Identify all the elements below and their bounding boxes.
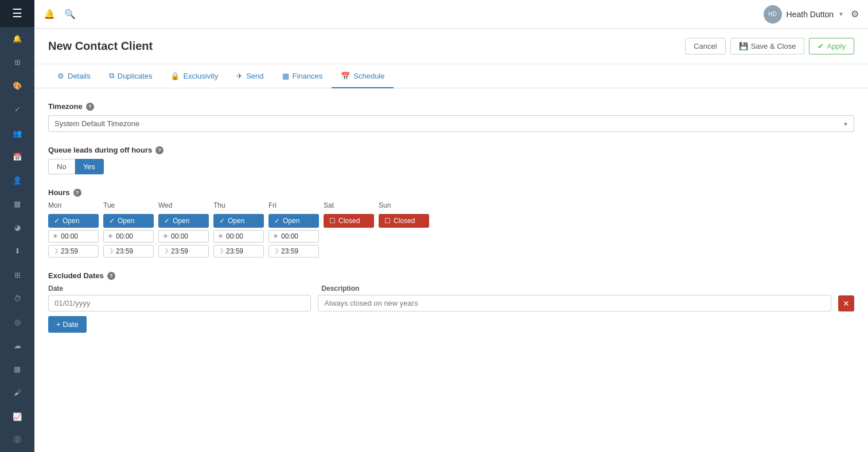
excluded-date-input[interactable] bbox=[48, 295, 311, 311]
topbar: 🔔 🔍 HD Heath Dutton ▼ ⚙ bbox=[34, 0, 868, 29]
fri-end-row: ☽ bbox=[268, 245, 319, 258]
day-label-thu: Thu bbox=[213, 201, 264, 209]
excluded-dates-section: Excluded Dates ? Date Description ✕ + Da… bbox=[48, 271, 854, 333]
sidebar-item-paint[interactable]: 🖌 bbox=[0, 381, 34, 404]
sidebar-item-grid[interactable]: ▦ bbox=[0, 357, 34, 381]
tue-end-input[interactable] bbox=[116, 247, 139, 255]
notification-bell-icon[interactable]: 🔔 bbox=[44, 9, 55, 20]
date-col-header: Date bbox=[48, 285, 314, 293]
hours-help-icon[interactable]: ? bbox=[73, 189, 81, 197]
page-header: New Contact Client Cancel 💾 Save & Close… bbox=[34, 29, 868, 64]
sidebar-item-download[interactable]: ⬇ bbox=[0, 239, 34, 263]
queue-leads-label: Queue leads during off hours ? bbox=[48, 146, 854, 154]
sidebar-item-check[interactable]: ✓ bbox=[0, 98, 34, 121]
queue-yes-button[interactable]: Yes bbox=[75, 159, 104, 174]
tab-duplicates[interactable]: ⧉ Duplicates bbox=[100, 64, 162, 88]
day-col-fri: Fri ✓ Open ☀ ☽ bbox=[268, 201, 319, 258]
clock-icon: ⏱ bbox=[14, 294, 21, 303]
moon-icon-thu: ☽ bbox=[217, 247, 224, 255]
queue-toggle-group: No Yes bbox=[48, 159, 854, 174]
mon-start-input[interactable] bbox=[61, 232, 84, 240]
sidebar-item-cloud[interactable]: ☁ bbox=[0, 334, 34, 357]
pie-chart-icon: ◕ bbox=[14, 223, 21, 232]
cancel-button[interactable]: Cancel bbox=[685, 38, 725, 54]
hours-grid: Mon ✓ Open ☀ ☽ bbox=[48, 201, 854, 258]
check-circle-icon-mon: ✓ bbox=[54, 217, 60, 225]
sidebar-item-puzzle[interactable]: ⊞ bbox=[0, 263, 34, 287]
sun-icon-mon: ☀ bbox=[52, 232, 59, 240]
excluded-date-row: ✕ bbox=[48, 295, 854, 311]
tab-exclusivity[interactable]: 🔒 Exclusivity bbox=[161, 64, 227, 88]
hours-section: Hours ? Mon ✓ Open ☀ bbox=[48, 188, 854, 258]
sidebar-logo[interactable]: ☰ bbox=[0, 0, 34, 27]
check-circle-icon-wed: ✓ bbox=[164, 217, 170, 225]
sidebar-item-chart[interactable]: 📈 bbox=[0, 405, 34, 428]
moon-icon-wed: ☽ bbox=[162, 247, 169, 255]
settings-gear-icon[interactable]: ⚙ bbox=[851, 9, 859, 20]
sidebar-item-dashboard[interactable]: ⊞ bbox=[0, 50, 34, 74]
day-btn-wed[interactable]: ✓ Open bbox=[158, 214, 209, 228]
user-info[interactable]: HD Heath Dutton ▼ bbox=[764, 5, 844, 24]
sidebar-item-coin[interactable]: ⓪ bbox=[0, 428, 34, 452]
tab-duplicates-icon: ⧉ bbox=[109, 71, 114, 80]
trend-chart-icon: 📈 bbox=[13, 412, 22, 421]
sidebar-item-rss[interactable]: ◎ bbox=[0, 310, 34, 334]
remove-date-button[interactable]: ✕ bbox=[838, 295, 854, 311]
wed-start-row: ☀ bbox=[158, 230, 209, 243]
hours-label: Hours ? bbox=[48, 188, 854, 197]
apply-button[interactable]: ✔ Apply bbox=[809, 38, 854, 54]
tab-send[interactable]: ✈ Send bbox=[227, 64, 273, 88]
tab-exclusivity-icon: 🔒 bbox=[170, 72, 180, 80]
sidebar-item-table[interactable]: ▦ bbox=[0, 192, 34, 216]
sidebar-item-pie-chart[interactable]: ◕ bbox=[0, 216, 34, 239]
search-icon[interactable]: 🔍 bbox=[64, 9, 76, 20]
fri-end-input[interactable] bbox=[281, 247, 304, 255]
table-icon: ▦ bbox=[14, 200, 21, 208]
wed-end-input[interactable] bbox=[171, 247, 194, 255]
main-area: 🔔 🔍 HD Heath Dutton ▼ ⚙ New Contact Clie… bbox=[34, 0, 868, 452]
day-btn-sun[interactable]: ☐ Closed bbox=[379, 214, 429, 228]
timezone-section: Timezone ? System Default Timezone bbox=[48, 102, 854, 132]
thu-end-row: ☽ bbox=[213, 245, 264, 258]
fri-start-input[interactable] bbox=[281, 232, 304, 240]
day-btn-sat[interactable]: ☐ Closed bbox=[324, 214, 374, 228]
day-label-mon: Mon bbox=[48, 201, 99, 209]
excluded-date-description-input[interactable] bbox=[318, 295, 831, 311]
user-name-label: Heath Dutton bbox=[787, 10, 834, 19]
tue-start-input[interactable] bbox=[116, 232, 139, 240]
excluded-dates-help-icon[interactable]: ? bbox=[107, 272, 115, 280]
users-icon: 👥 bbox=[13, 129, 22, 138]
queue-help-icon[interactable]: ? bbox=[155, 146, 164, 154]
timezone-select[interactable]: System Default Timezone bbox=[48, 115, 854, 132]
thu-end-input[interactable] bbox=[226, 247, 249, 255]
day-label-sat: Sat bbox=[324, 201, 374, 209]
sidebar-item-users[interactable]: 👥 bbox=[0, 121, 34, 145]
tab-finances[interactable]: ▦ Finances bbox=[273, 64, 332, 88]
description-col-header: Description bbox=[321, 285, 854, 293]
day-btn-mon[interactable]: ✓ Open bbox=[48, 214, 99, 228]
sidebar-item-clock[interactable]: ⏱ bbox=[0, 287, 34, 310]
thu-start-input[interactable] bbox=[226, 232, 249, 240]
cloud-icon: ☁ bbox=[14, 341, 21, 350]
tab-details[interactable]: ⚙ Details bbox=[48, 64, 100, 88]
timezone-help-icon[interactable]: ? bbox=[86, 103, 94, 111]
closed-square-icon-sun: ☐ bbox=[384, 217, 391, 225]
sidebar-item-person[interactable]: 👤 bbox=[0, 169, 34, 192]
sidebar-item-palette[interactable]: 🎨 bbox=[0, 74, 34, 98]
add-date-button[interactable]: + Date bbox=[48, 316, 87, 333]
day-col-mon: Mon ✓ Open ☀ ☽ bbox=[48, 201, 99, 258]
save-close-button[interactable]: 💾 Save & Close bbox=[730, 38, 805, 54]
check-circle-icon-tue: ✓ bbox=[109, 217, 115, 225]
topbar-right: HD Heath Dutton ▼ ⚙ bbox=[764, 5, 859, 24]
day-btn-fri[interactable]: ✓ Open bbox=[268, 214, 319, 228]
day-label-wed: Wed bbox=[158, 201, 209, 209]
tab-schedule[interactable]: 📅 Schedule bbox=[332, 64, 394, 88]
save-icon: 💾 bbox=[739, 42, 748, 50]
day-btn-tue[interactable]: ✓ Open bbox=[103, 214, 154, 228]
day-btn-thu[interactable]: ✓ Open bbox=[213, 214, 264, 228]
queue-no-button[interactable]: No bbox=[48, 159, 75, 174]
sidebar-item-calendar[interactable]: 📅 bbox=[0, 145, 34, 169]
wed-start-input[interactable] bbox=[171, 232, 194, 240]
sidebar-item-bell[interactable]: 🔔 bbox=[0, 27, 34, 50]
mon-end-input[interactable] bbox=[61, 247, 84, 255]
